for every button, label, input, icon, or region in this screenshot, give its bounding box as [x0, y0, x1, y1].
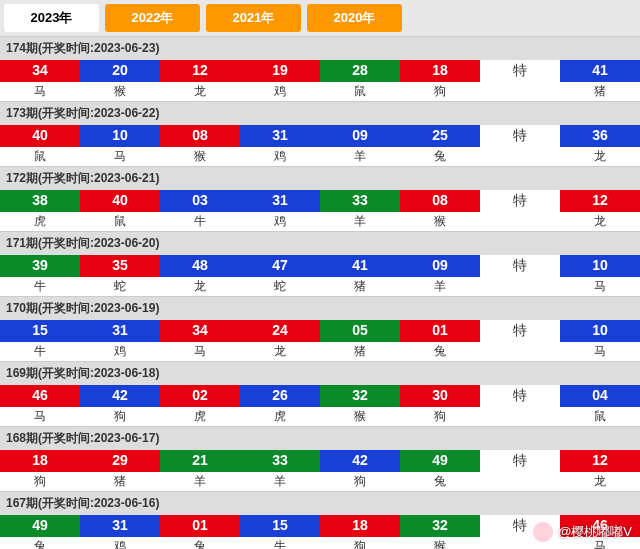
- ball-number: 34: [160, 320, 240, 342]
- ball-number: 12: [160, 60, 240, 82]
- zodiac-cell: 狗: [320, 472, 400, 491]
- ball-number: 32: [400, 515, 480, 537]
- zodiac-cell: 兔: [400, 472, 480, 491]
- zodiac-cell: [480, 537, 560, 549]
- zodiac-cell: 鼠: [80, 212, 160, 231]
- special-label: 特: [480, 320, 560, 342]
- ball-number: 30: [400, 385, 480, 407]
- ball-number: 46: [0, 385, 80, 407]
- zodiac-cell: 狗: [320, 537, 400, 549]
- zodiac-cell: 牛: [0, 277, 80, 296]
- tab-2021年[interactable]: 2021年: [206, 4, 301, 32]
- zodiac-cell: 猪: [80, 472, 160, 491]
- zodiac-cell: 狗: [0, 472, 80, 491]
- zodiac-cell: 马: [160, 342, 240, 361]
- ball-number: 15: [240, 515, 320, 537]
- ball-number: 47: [240, 255, 320, 277]
- zodiac-cell: [480, 472, 560, 491]
- zodiac-cell: 马: [0, 82, 80, 101]
- special-label: 特: [480, 125, 560, 147]
- special-label: 特: [480, 255, 560, 277]
- special-label: 特: [480, 190, 560, 212]
- special-label: 特: [480, 515, 560, 537]
- zodiac-cell: [480, 277, 560, 296]
- zodiac-cell: 蛇: [240, 277, 320, 296]
- ball-number: 24: [240, 320, 320, 342]
- zodiac-cell: [480, 342, 560, 361]
- ball-number: 41: [320, 255, 400, 277]
- zodiac-cell: 猴: [160, 147, 240, 166]
- ball-number: 46: [560, 515, 640, 537]
- zodiac-cell: 猪: [320, 342, 400, 361]
- zodiac-cell: 鸡: [240, 82, 320, 101]
- zodiac-cell: 马: [0, 407, 80, 426]
- ball-number: 31: [240, 190, 320, 212]
- ball-number: 28: [320, 60, 400, 82]
- year-tabs: 2023年2022年2021年2020年: [0, 0, 640, 36]
- period-header: 171期(开奖时间:2023-06-20): [0, 232, 640, 255]
- tab-2020年[interactable]: 2020年: [307, 4, 402, 32]
- ball-number: 35: [80, 255, 160, 277]
- special-label: 特: [480, 60, 560, 82]
- ball-number: 48: [160, 255, 240, 277]
- ball-number: 41: [560, 60, 640, 82]
- ball-number: 49: [0, 515, 80, 537]
- ball-number: 09: [320, 125, 400, 147]
- zodiac-cell: 猴: [400, 212, 480, 231]
- zodiac-cell: [480, 147, 560, 166]
- ball-number: 01: [160, 515, 240, 537]
- zodiac-cell: 龙: [160, 82, 240, 101]
- ball-number: 05: [320, 320, 400, 342]
- ball-number: 18: [0, 450, 80, 472]
- zodiac-cell: 兔: [400, 147, 480, 166]
- zodiac-cell: 牛: [240, 537, 320, 549]
- ball-number: 31: [240, 125, 320, 147]
- ball-number: 21: [160, 450, 240, 472]
- ball-number: 10: [80, 125, 160, 147]
- ball-number: 42: [320, 450, 400, 472]
- zodiac-cell: 牛: [0, 342, 80, 361]
- ball-number: 04: [560, 385, 640, 407]
- period-header: 172期(开奖时间:2023-06-21): [0, 167, 640, 190]
- tab-2023年[interactable]: 2023年: [4, 4, 99, 32]
- period-header: 173期(开奖时间:2023-06-22): [0, 102, 640, 125]
- zodiac-cell: 龙: [160, 277, 240, 296]
- zodiac-cell: 龙: [240, 342, 320, 361]
- period-header: 168期(开奖时间:2023-06-17): [0, 427, 640, 450]
- ball-number: 08: [400, 190, 480, 212]
- ball-number: 20: [80, 60, 160, 82]
- ball-number: 40: [0, 125, 80, 147]
- tab-2022年[interactable]: 2022年: [105, 4, 200, 32]
- ball-number: 18: [320, 515, 400, 537]
- zodiac-cell: 马: [560, 342, 640, 361]
- zodiac-cell: [480, 82, 560, 101]
- zodiac-cell: 羊: [160, 472, 240, 491]
- ball-number: 49: [400, 450, 480, 472]
- ball-number: 01: [400, 320, 480, 342]
- zodiac-cell: 兔: [400, 342, 480, 361]
- zodiac-cell: [480, 212, 560, 231]
- zodiac-cell: 鸡: [240, 147, 320, 166]
- period-header: 170期(开奖时间:2023-06-19): [0, 297, 640, 320]
- zodiac-cell: 鼠: [320, 82, 400, 101]
- ball-number: 40: [80, 190, 160, 212]
- zodiac-cell: 狗: [400, 82, 480, 101]
- ball-number: 34: [0, 60, 80, 82]
- zodiac-cell: 羊: [320, 212, 400, 231]
- ball-number: 10: [560, 255, 640, 277]
- ball-number: 15: [0, 320, 80, 342]
- ball-number: 12: [560, 190, 640, 212]
- ball-number: 08: [160, 125, 240, 147]
- ball-number: 32: [320, 385, 400, 407]
- zodiac-cell: 马: [560, 277, 640, 296]
- zodiac-cell: 虎: [0, 212, 80, 231]
- zodiac-cell: 狗: [400, 407, 480, 426]
- ball-number: 31: [80, 320, 160, 342]
- ball-number: 29: [80, 450, 160, 472]
- ball-number: 19: [240, 60, 320, 82]
- period-header: 169期(开奖时间:2023-06-18): [0, 362, 640, 385]
- zodiac-cell: 羊: [400, 277, 480, 296]
- ball-number: 02: [160, 385, 240, 407]
- zodiac-cell: 牛: [160, 212, 240, 231]
- period-header: 174期(开奖时间:2023-06-23): [0, 37, 640, 60]
